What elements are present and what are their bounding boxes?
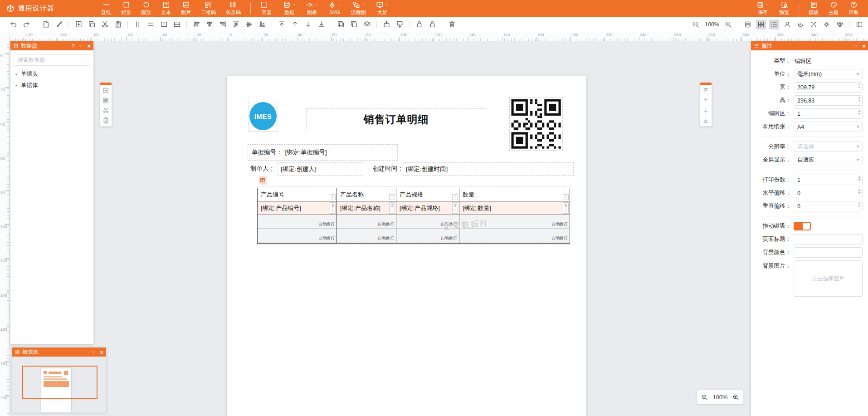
tool-circle[interactable]: 圆形 [136, 0, 156, 17]
template-icon[interactable] [102, 97, 109, 104]
report-title-element[interactable]: 销售订单明细 [306, 108, 486, 130]
header-cell[interactable]: 产品规格T [396, 188, 459, 201]
tool-text[interactable]: 文本 [156, 0, 176, 17]
user-icon[interactable] [782, 20, 792, 29]
tool-screen[interactable]: 大屏 [371, 0, 394, 17]
stepper-arrows-icon[interactable] [858, 110, 861, 115]
newdoc-icon[interactable] [41, 20, 51, 29]
auto-wrap-cell[interactable]: 自动换行 [337, 229, 396, 243]
caret-right-icon[interactable] [15, 84, 18, 88]
redo-icon[interactable] [21, 20, 31, 29]
plugin-icon[interactable] [835, 20, 845, 29]
qrcode-element[interactable] [509, 97, 563, 151]
text-style-badge[interactable]: T [452, 194, 458, 200]
prop-text-input[interactable] [794, 234, 863, 245]
text-style-badge[interactable]: T [563, 194, 569, 200]
backward-icon[interactable] [395, 20, 405, 29]
text-style-badge[interactable]: T [563, 208, 569, 214]
datasource-panel-header[interactable]: 数据源 ? × [10, 41, 93, 50]
stepper-arrows-icon[interactable] [858, 97, 861, 102]
move-down-icon[interactable] [702, 107, 709, 114]
brush-icon[interactable] [54, 20, 64, 29]
zoom-out-icon[interactable] [701, 393, 708, 401]
gear-icon[interactable] [822, 20, 832, 29]
close-icon[interactable]: × [100, 349, 103, 355]
binding-cell[interactable]: [绑定:数量]T [459, 201, 570, 215]
split-h-icon[interactable] [172, 20, 182, 29]
move-up-icon[interactable] [702, 97, 709, 104]
tool-rect[interactable]: 矩形 [116, 0, 136, 17]
align-middle-icon[interactable] [244, 20, 254, 29]
tool-chart[interactable]: 图表 [301, 0, 323, 17]
prop-select[interactable]: 毫米(mm) [794, 69, 863, 79]
trash-icon[interactable] [447, 20, 457, 29]
align-top-icon[interactable] [231, 20, 241, 29]
overview-panel-header[interactable]: 概览图 × [12, 347, 106, 357]
insert-icon[interactable] [102, 87, 109, 94]
viewport-rect[interactable] [22, 366, 98, 399]
dist-v-icon[interactable] [132, 20, 142, 29]
create-time-field[interactable]: [绑定:创建时间] [403, 162, 574, 176]
stepper-arrows-icon[interactable] [858, 202, 861, 207]
close-icon[interactable]: × [87, 43, 91, 49]
table-settings-icon[interactable] [258, 176, 267, 185]
layer-list-icon[interactable] [769, 20, 779, 29]
collapse-icon[interactable] [853, 44, 858, 48]
paste-icon[interactable] [102, 117, 109, 124]
binding-cell[interactable]: [绑定:产品名称]T [337, 201, 396, 215]
auto-wrap-cell[interactable]: 自动换行 [258, 215, 337, 229]
cut-icon[interactable] [102, 107, 109, 114]
header-cell[interactable]: 产品名称T [337, 188, 396, 201]
duplicate-icon[interactable] [336, 20, 346, 29]
prop-select[interactable]: 请选择 [794, 142, 863, 152]
design-page[interactable]: IMES 销售订单明细 单据编号： [绑定:单据编号] 制单人： [绑定:创建人… [227, 76, 586, 416]
zoom-in-icon[interactable] [732, 393, 740, 401]
paste-icon[interactable] [113, 20, 123, 29]
help-icon[interactable]: ? [72, 44, 74, 49]
align-center-h-icon[interactable] [205, 20, 215, 29]
stepper-arrows-icon[interactable] [858, 189, 861, 194]
tree-item-单据体[interactable]: 单据体 [10, 80, 93, 91]
stepper-arrows-icon[interactable] [858, 83, 861, 88]
caret-right-icon[interactable] [15, 73, 18, 76]
tool-line[interactable]: 直线 [96, 0, 116, 17]
tool-help[interactable]: 帮助 [844, 0, 863, 17]
undo-icon[interactable] [8, 20, 18, 29]
tool-preview[interactable]: 预览 [774, 0, 794, 17]
align-right-icon[interactable] [218, 20, 228, 29]
prop-text-input[interactable] [794, 247, 863, 258]
prop-number-input[interactable]: 0 [794, 201, 863, 211]
prop-number-input[interactable]: 0 [794, 188, 863, 198]
copy-icon[interactable] [87, 20, 97, 29]
collapse-icon[interactable] [78, 44, 83, 48]
forward-icon[interactable] [381, 20, 391, 29]
detail-table[interactable]: 产品编号T产品名称T产品规格T数量T [绑定:产品编号]T[绑定:产品名称]T[… [257, 188, 570, 244]
tool-template[interactable]: 模板 [804, 0, 824, 17]
insert-icon[interactable] [73, 20, 83, 29]
tool-image[interactable]: 图片 [176, 0, 196, 17]
prop-number-input[interactable]: 209.79 [794, 82, 863, 93]
tool-svg[interactable]: SVG [323, 0, 346, 17]
tree-item-单据头[interactable]: 单据头 [10, 69, 93, 80]
background-image-picker[interactable]: 点击选择图片 [794, 260, 863, 297]
move-up-icon[interactable] [290, 20, 300, 29]
prop-number-input[interactable]: 1 [794, 175, 863, 185]
properties-panel-header[interactable]: 属性 × [751, 41, 868, 50]
to-top-icon[interactable] [702, 87, 709, 94]
text-style-badge[interactable]: T [330, 208, 336, 214]
tool-data[interactable]: 数据 [278, 0, 301, 17]
design-canvas[interactable]: IMES 销售订单明细 单据编号： [绑定:单据编号] 制单人： [绑定:创建人… [9, 41, 868, 416]
stepper-arrows-icon[interactable] [858, 176, 861, 181]
dist-h-icon[interactable] [146, 20, 156, 29]
layers-icon[interactable] [362, 20, 372, 29]
to-bottom-icon[interactable] [316, 20, 326, 29]
tool-flow[interactable]: 流程图 [346, 0, 371, 17]
to-top-icon[interactable] [277, 20, 287, 29]
tool-save[interactable]: 保存 [751, 0, 774, 17]
collapse-icon[interactable] [91, 350, 96, 354]
panel-cols-icon[interactable] [854, 20, 864, 29]
tool-barcode[interactable]: 条形码 [221, 0, 246, 17]
logo-element[interactable]: IMES [248, 101, 278, 132]
order-no-field[interactable]: 单据编号： [绑定:单据编号] [248, 144, 398, 161]
clone-icon[interactable] [349, 20, 359, 29]
